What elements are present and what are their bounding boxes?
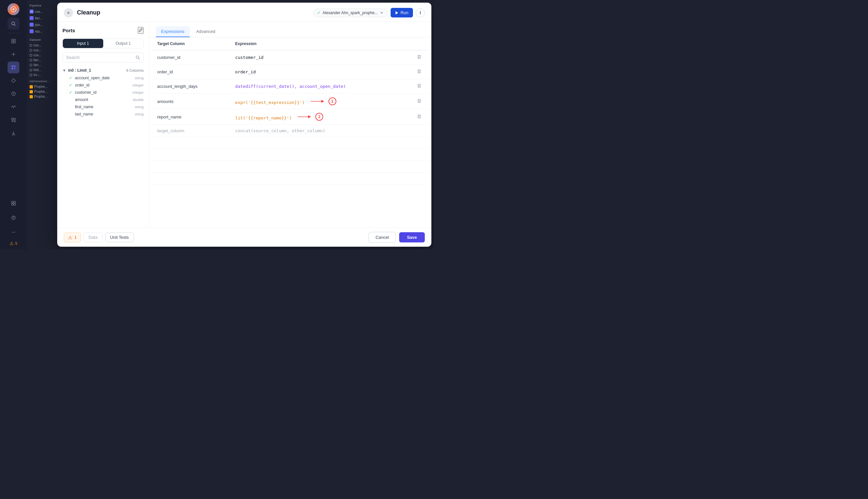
user-name: Alexander Ahn_spark_prophe... bbox=[323, 11, 378, 15]
sidebar-item-add[interactable] bbox=[8, 48, 20, 60]
footer-left: ⚠ 1 Data Unit Tests bbox=[64, 233, 134, 242]
dataset-item-3[interactable]: cus... bbox=[28, 53, 54, 58]
dep-item-1[interactable]: Prophe... bbox=[28, 84, 54, 89]
delete-row-button[interactable] bbox=[415, 83, 423, 90]
table-row-empty bbox=[152, 161, 429, 173]
search-icon bbox=[135, 55, 140, 60]
delete-row-button[interactable] bbox=[415, 113, 423, 120]
warning-button[interactable]: ⚠ 1 bbox=[64, 233, 81, 242]
dataset-item-6[interactable]: hist... bbox=[28, 68, 54, 72]
svg-rect-11 bbox=[12, 68, 13, 70]
tab-output[interactable]: Output 1 bbox=[103, 39, 144, 48]
dataset-item-4[interactable]: farr... bbox=[28, 58, 54, 62]
expression-cell: customer_id bbox=[230, 50, 410, 65]
dataset-item-5[interactable]: farr... bbox=[28, 62, 54, 68]
dialog-body: Ports Input 1 Output 1 bbox=[57, 22, 431, 228]
pipeline-item-cus[interactable]: cus... bbox=[28, 9, 54, 14]
tree-group-header[interactable]: ▼ in0 : Limit_1 6 Columns bbox=[62, 66, 144, 74]
user-dropdown[interactable]: ✓ Alexander Ahn_spark_prophe... bbox=[313, 9, 388, 17]
pipeline-item-join[interactable]: join... bbox=[28, 22, 54, 28]
footer-right: Cancel Save bbox=[369, 232, 425, 243]
ports-header: Ports bbox=[62, 27, 144, 34]
tab-expressions[interactable]: Expressions bbox=[156, 26, 190, 37]
sidebar-item-activity[interactable] bbox=[8, 101, 20, 113]
expression-cell: lit('{{report_name}}') 2 bbox=[230, 109, 410, 125]
dataset-item-2[interactable]: cus... bbox=[28, 48, 54, 53]
save-button[interactable]: Save bbox=[399, 232, 425, 242]
sidebar-item-components[interactable] bbox=[8, 61, 20, 73]
delete-row-button[interactable] bbox=[415, 69, 423, 75]
sidebar-item-clock[interactable] bbox=[8, 88, 20, 100]
delete-cell bbox=[410, 79, 429, 94]
check-icon: ✓ bbox=[69, 76, 72, 80]
sidebar-item-download[interactable] bbox=[8, 127, 20, 139]
tab-advanced[interactable]: Advanced bbox=[191, 26, 221, 37]
edit-ports-button[interactable] bbox=[138, 27, 144, 34]
close-button[interactable]: × bbox=[64, 8, 73, 17]
target-cell: account_length_days bbox=[152, 79, 230, 94]
target-cell: amounts bbox=[152, 94, 230, 109]
dialog-title: Cleanup bbox=[77, 9, 313, 16]
tree-item-first-name[interactable]: ✓ first_name string bbox=[62, 103, 144, 110]
pipeline-item-farr[interactable]: farr... bbox=[28, 15, 54, 21]
svg-point-14 bbox=[14, 118, 15, 120]
search-box bbox=[62, 52, 144, 62]
tree-arrow-icon: ▼ bbox=[62, 69, 66, 72]
play-icon bbox=[395, 11, 398, 15]
warning-icon: ⚠ bbox=[68, 235, 72, 240]
sidebar-item-help[interactable] bbox=[8, 212, 20, 224]
dep-item-2[interactable]: Prophe... bbox=[28, 89, 54, 94]
sidebar-item-shapes[interactable] bbox=[8, 114, 20, 126]
delete-row-button[interactable] bbox=[415, 54, 423, 61]
tree-item-last-name[interactable]: ✓ last_name string bbox=[62, 110, 144, 118]
col-header-expression: Expression bbox=[230, 37, 410, 50]
expressions-table-container: Target Column Expression customer_id bbox=[149, 37, 431, 228]
chevron-down-icon bbox=[380, 11, 384, 15]
expression-cell: order_id bbox=[230, 65, 410, 79]
delete-row-button[interactable] bbox=[415, 98, 423, 105]
tree-group-count: 6 Columns bbox=[126, 69, 144, 72]
table-row: account_length_days datediff(current_dat… bbox=[152, 79, 429, 94]
dataset-item-7[interactable]: irs-... bbox=[28, 72, 54, 77]
header-right: ✓ Alexander Ahn_spark_prophe... Run ℹ bbox=[313, 8, 425, 17]
delete-cell bbox=[410, 65, 429, 79]
target-cell: report_name bbox=[152, 109, 230, 125]
svg-rect-15 bbox=[14, 120, 15, 122]
target-cell: order_id bbox=[152, 65, 230, 79]
tree-item-account-open-date[interactable]: ✓ account_open_date string bbox=[62, 74, 144, 82]
sidebar-alert: ⚠ 5 bbox=[10, 241, 17, 246]
tab-input[interactable]: Input 1 bbox=[63, 39, 103, 48]
sidebar-item-diamond[interactable] bbox=[8, 75, 20, 86]
pipeline-item-rep[interactable]: rep... bbox=[28, 28, 54, 34]
column-tree: ▼ in0 : Limit_1 6 Columns ✓ account_open… bbox=[62, 66, 144, 222]
dep-item-3[interactable]: Prophe... bbox=[28, 94, 54, 99]
expression-cell: datediff(current_date(), account_open_da… bbox=[230, 79, 410, 94]
sidebar-item-search[interactable] bbox=[8, 18, 20, 29]
svg-point-22 bbox=[13, 218, 13, 219]
cancel-button[interactable]: Cancel bbox=[369, 232, 396, 243]
svg-rect-4 bbox=[14, 39, 15, 41]
svg-rect-5 bbox=[12, 41, 13, 43]
info-button[interactable]: ℹ bbox=[416, 8, 425, 17]
run-button[interactable]: Run bbox=[390, 8, 413, 17]
unit-tests-button[interactable]: Unit Tests bbox=[105, 233, 134, 242]
svg-rect-17 bbox=[12, 201, 13, 203]
sidebar-divider-1 bbox=[7, 33, 20, 33]
tree-item-order-id[interactable]: ✓ order_id integer bbox=[62, 82, 144, 89]
ports-tabs: Input 1 Output 1 bbox=[62, 38, 144, 48]
sidebar-item-grid[interactable] bbox=[8, 197, 20, 209]
dialog-header: × Cleanup ✓ Alexander Ahn_spark_prophe..… bbox=[57, 3, 431, 22]
tree-item-amount[interactable]: ✓ amount double bbox=[62, 96, 144, 103]
search-input[interactable] bbox=[66, 55, 133, 60]
svg-point-25 bbox=[14, 232, 15, 233]
tree-item-customer-id[interactable]: ✓ customer_id integer bbox=[62, 89, 144, 96]
sidebar-item-more[interactable] bbox=[8, 226, 20, 238]
sidebar-item-project[interactable] bbox=[8, 35, 20, 47]
delete-cell bbox=[410, 50, 429, 65]
svg-point-23 bbox=[12, 232, 12, 233]
table-row-empty bbox=[152, 137, 429, 149]
svg-rect-9 bbox=[12, 65, 13, 67]
target-cell: customer_id bbox=[152, 50, 230, 65]
dataset-item-1[interactable]: cus... bbox=[28, 43, 54, 48]
data-button[interactable]: Data bbox=[84, 233, 102, 242]
